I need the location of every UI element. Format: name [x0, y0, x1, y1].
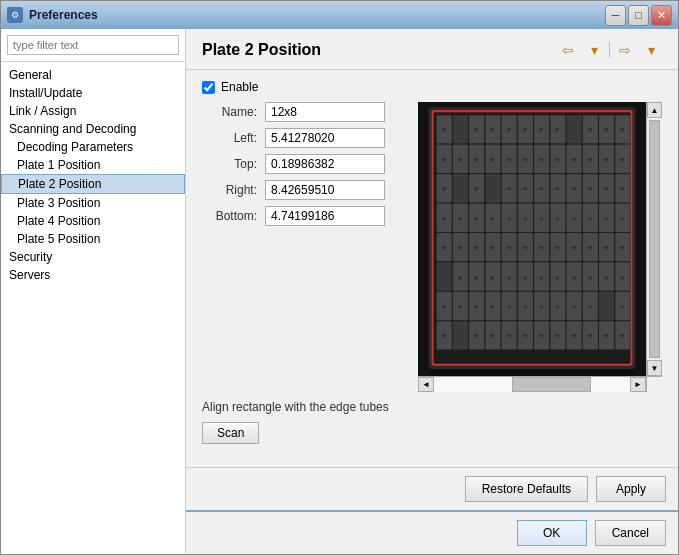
field-row-left: Left:	[202, 128, 402, 148]
sidebar-item-plate5[interactable]: Plate 5 Position	[1, 230, 185, 248]
svg-text:▦: ▦	[523, 303, 528, 309]
scroll-bottom: ◄ ►	[418, 376, 646, 392]
svg-rect-54	[485, 174, 500, 202]
svg-text:▦: ▦	[474, 215, 479, 221]
field-input-right[interactable]	[265, 180, 385, 200]
svg-text:▦: ▦	[572, 215, 577, 221]
svg-text:▦: ▦	[507, 156, 512, 162]
enable-label: Enable	[221, 80, 258, 94]
svg-text:▦: ▦	[572, 332, 577, 338]
window-title: Preferences	[29, 8, 599, 22]
sidebar-item-servers[interactable]: Servers	[1, 266, 185, 284]
scroll-right: ▲ ▼	[646, 102, 662, 376]
dialog-footer: OK Cancel	[186, 510, 678, 554]
svg-text:▦: ▦	[474, 332, 479, 338]
svg-text:▦: ▦	[442, 156, 447, 162]
apply-button[interactable]: Apply	[596, 476, 666, 502]
svg-text:▦: ▦	[507, 126, 512, 132]
sidebar-item-link-assign[interactable]: Link / Assign	[1, 102, 185, 120]
nav-dropdown2-button[interactable]: ▾	[640, 39, 662, 61]
field-input-top[interactable]	[265, 154, 385, 174]
scan-button[interactable]: Scan	[202, 422, 259, 444]
field-input-name[interactable]	[265, 102, 385, 122]
panel-title: Plate 2 Position	[202, 41, 321, 59]
svg-text:▦: ▦	[604, 156, 609, 162]
svg-text:▦: ▦	[588, 185, 593, 191]
hint-text: Align rectangle with the edge tubes	[202, 400, 662, 414]
filter-input[interactable]	[7, 35, 179, 55]
svg-text:▦: ▦	[604, 185, 609, 191]
sidebar-item-install-update[interactable]: Install/Update	[1, 84, 185, 102]
svg-text:▦: ▦	[507, 303, 512, 309]
svg-text:▦: ▦	[539, 332, 544, 338]
field-input-left[interactable]	[265, 128, 385, 148]
field-label: Bottom:	[202, 209, 257, 223]
svg-text:▦: ▦	[490, 244, 495, 250]
svg-text:▦: ▦	[474, 244, 479, 250]
nav-arrows: ⇦ ▾ ⇨ ▾	[557, 39, 662, 61]
sidebar-item-scanning-decoding[interactable]: Scanning and Decoding	[1, 120, 185, 138]
enable-checkbox[interactable]	[202, 81, 215, 94]
svg-text:▦: ▦	[442, 244, 447, 250]
sidebar-item-decoding-params[interactable]: Decoding Parameters	[1, 138, 185, 156]
form-fields: Name:Left:Top:Right:Bottom:	[202, 102, 402, 392]
sidebar-item-plate1[interactable]: Plate 1 Position	[1, 156, 185, 174]
svg-rect-119	[437, 262, 452, 290]
nav-dropdown1-button[interactable]: ▾	[583, 39, 605, 61]
svg-text:▦: ▦	[523, 274, 528, 280]
scroll-up-button[interactable]: ▲	[647, 102, 662, 118]
svg-text:▦: ▦	[523, 244, 528, 250]
titlebar: ⚙ Preferences ─ □ ✕	[1, 1, 678, 29]
sidebar: GeneralInstall/UpdateLink / AssignScanni…	[1, 29, 186, 554]
field-row-right: Right:	[202, 180, 402, 200]
restore-defaults-button[interactable]: Restore Defaults	[465, 476, 588, 502]
svg-text:▦: ▦	[620, 156, 625, 162]
svg-text:▦: ▦	[458, 244, 463, 250]
svg-text:▦: ▦	[620, 185, 625, 191]
svg-text:▦: ▦	[490, 156, 495, 162]
svg-text:▦: ▦	[442, 215, 447, 221]
ok-button[interactable]: OK	[517, 520, 587, 546]
scroll-right-button[interactable]: ►	[630, 377, 646, 392]
svg-text:▦: ▦	[604, 332, 609, 338]
svg-text:▦: ▦	[555, 303, 560, 309]
sidebar-item-plate3[interactable]: Plate 3 Position	[1, 194, 185, 212]
sidebar-item-security[interactable]: Security	[1, 248, 185, 266]
scroll-track-h	[434, 377, 630, 392]
cancel-button[interactable]: Cancel	[595, 520, 666, 546]
svg-text:▦: ▦	[539, 215, 544, 221]
svg-text:▦: ▦	[555, 126, 560, 132]
svg-text:▦: ▦	[620, 126, 625, 132]
image-wrapper: ▦▦▦▦▦▦▦▦▦▦▦▦▦▦▦▦▦▦▦▦▦▦▦▦▦▦▦▦▦▦▦▦▦▦▦▦▦▦▦▦…	[418, 102, 662, 392]
nav-forward-button[interactable]: ⇨	[614, 39, 636, 61]
field-row-top: Top:	[202, 154, 402, 174]
field-row-name: Name:	[202, 102, 402, 122]
sidebar-item-plate4[interactable]: Plate 4 Position	[1, 212, 185, 230]
svg-text:▦: ▦	[620, 244, 625, 250]
svg-text:▦: ▦	[604, 215, 609, 221]
close-button[interactable]: ✕	[651, 5, 672, 26]
main-content: GeneralInstall/UpdateLink / AssignScanni…	[1, 29, 678, 554]
svg-text:▦: ▦	[572, 274, 577, 280]
svg-text:▦: ▦	[588, 215, 593, 221]
svg-text:▦: ▦	[507, 332, 512, 338]
svg-text:▦: ▦	[572, 244, 577, 250]
sidebar-item-general[interactable]: General	[1, 66, 185, 84]
svg-text:▦: ▦	[523, 185, 528, 191]
field-input-bottom[interactable]	[265, 206, 385, 226]
nav-back-button[interactable]: ⇦	[557, 39, 579, 61]
plate-svg: ▦▦▦▦▦▦▦▦▦▦▦▦▦▦▦▦▦▦▦▦▦▦▦▦▦▦▦▦▦▦▦▦▦▦▦▦▦▦▦▦…	[418, 102, 646, 376]
svg-text:▦: ▦	[604, 126, 609, 132]
maximize-button[interactable]: □	[628, 5, 649, 26]
sidebar-item-plate2[interactable]: Plate 2 Position	[1, 174, 185, 194]
minimize-button[interactable]: ─	[605, 5, 626, 26]
svg-text:▦: ▦	[555, 244, 560, 250]
scroll-down-button[interactable]: ▼	[647, 360, 662, 376]
field-label: Right:	[202, 183, 257, 197]
scroll-left-button[interactable]: ◄	[418, 377, 434, 392]
svg-text:▦: ▦	[539, 126, 544, 132]
svg-text:▦: ▦	[523, 126, 528, 132]
svg-text:▦: ▦	[523, 156, 528, 162]
svg-text:▦: ▦	[588, 244, 593, 250]
svg-text:▦: ▦	[474, 156, 479, 162]
